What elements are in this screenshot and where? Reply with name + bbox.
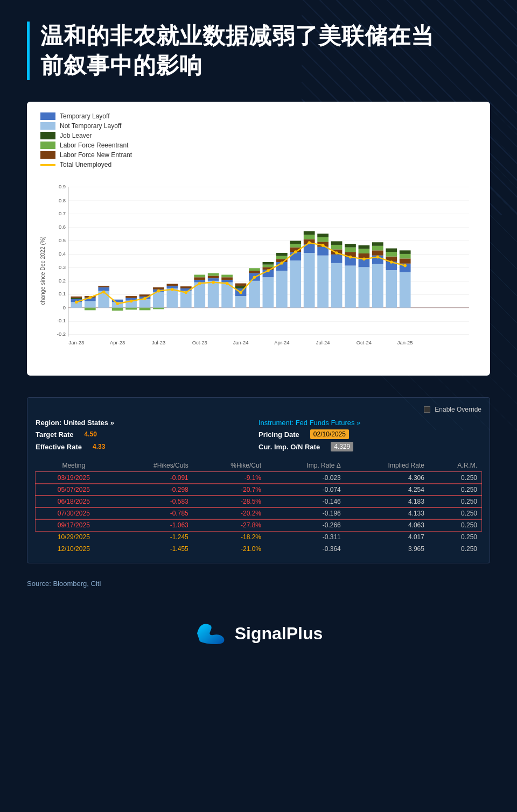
svg-point-151 bbox=[75, 301, 78, 304]
cell-hikes-cuts: -1.245 bbox=[112, 531, 193, 543]
cur-imp-value: 4.329 bbox=[331, 442, 353, 451]
svg-rect-46 bbox=[71, 296, 82, 298]
table-row: 07/30/2025-0.785-20.2%-0.1964.1330.250 bbox=[36, 507, 481, 519]
svg-text:0: 0 bbox=[63, 305, 66, 310]
svg-point-162 bbox=[226, 282, 229, 285]
svg-text:0.3: 0.3 bbox=[59, 264, 66, 270]
legend-label-not-temporary-layoff: Not Temporary Layoff bbox=[60, 122, 121, 130]
svg-rect-144 bbox=[386, 252, 397, 256]
svg-text:Oct-24: Oct-24 bbox=[357, 340, 372, 345]
cell-arm: 0.250 bbox=[429, 472, 481, 484]
svg-line-5 bbox=[490, 108, 517, 135]
cell-hikes-cuts: -1.455 bbox=[112, 543, 193, 555]
svg-rect-51 bbox=[85, 308, 96, 310]
region-label[interactable]: Region: United States » bbox=[36, 419, 258, 427]
svg-text:Apr-24: Apr-24 bbox=[274, 340, 289, 345]
svg-point-166 bbox=[281, 262, 284, 265]
svg-rect-119 bbox=[317, 237, 329, 242]
svg-rect-116 bbox=[317, 256, 329, 308]
cell-pct-hike: -20.7% bbox=[193, 484, 266, 496]
table-row: 03/19/2025-0.091-9.1%-0.0234.3060.250 bbox=[36, 472, 481, 484]
svg-point-153 bbox=[102, 291, 106, 294]
svg-rect-57 bbox=[112, 308, 123, 311]
chart-svg: change since Dec 2022 (%) 0.9 0.8 0.7 0.… bbox=[40, 176, 477, 365]
svg-point-173 bbox=[376, 256, 380, 259]
svg-rect-65 bbox=[139, 308, 151, 310]
svg-rect-139 bbox=[372, 246, 383, 250]
col-hikes: #Hikes/Cuts bbox=[112, 460, 193, 472]
svg-point-168 bbox=[308, 242, 311, 245]
cell-meeting-date: 05/07/2025 bbox=[36, 484, 112, 496]
table-row: 09/17/2025-1.063-27.8%-0.2664.0630.250 bbox=[36, 519, 481, 531]
svg-rect-82 bbox=[208, 276, 219, 279]
svg-rect-130 bbox=[345, 244, 356, 248]
svg-point-152 bbox=[88, 296, 92, 299]
override-checkbox[interactable] bbox=[424, 406, 430, 413]
legend-color-not-temporary-layoff bbox=[40, 122, 55, 130]
svg-rect-149 bbox=[400, 254, 411, 258]
cell-meeting-date: 12/10/2025 bbox=[36, 543, 112, 555]
svg-text:0.6: 0.6 bbox=[59, 224, 66, 230]
svg-point-154 bbox=[116, 302, 119, 306]
svg-rect-78 bbox=[194, 277, 205, 280]
signalplus-logo-icon bbox=[194, 620, 227, 647]
svg-rect-134 bbox=[359, 249, 370, 253]
svg-rect-150 bbox=[400, 251, 411, 255]
svg-rect-47 bbox=[85, 301, 96, 308]
svg-text:Jan-25: Jan-25 bbox=[397, 340, 413, 345]
svg-rect-91 bbox=[235, 284, 247, 286]
svg-point-159 bbox=[184, 291, 187, 294]
svg-text:change since Dec 2022 (%): change since Dec 2022 (%) bbox=[40, 237, 46, 305]
svg-text:0.5: 0.5 bbox=[59, 237, 66, 243]
cell-implied-rate: 4.017 bbox=[345, 531, 429, 543]
svg-rect-92 bbox=[249, 281, 260, 308]
legend-line-total-unemployed bbox=[40, 164, 55, 166]
col-arm: A.R.M. bbox=[429, 460, 481, 472]
svg-rect-125 bbox=[331, 242, 343, 245]
svg-rect-110 bbox=[290, 241, 301, 244]
svg-text:0.8: 0.8 bbox=[59, 197, 66, 203]
svg-rect-120 bbox=[317, 234, 329, 237]
svg-rect-131 bbox=[359, 267, 370, 308]
cell-implied-rate: 4.183 bbox=[345, 496, 429, 507]
cell-arm: 0.250 bbox=[429, 484, 481, 496]
cell-meeting-date: 03/19/2025 bbox=[36, 472, 112, 484]
cell-imp-delta: -0.196 bbox=[266, 507, 345, 519]
svg-rect-111 bbox=[304, 253, 315, 308]
legend-item-labor-force-reeentrant: Labor Force Reeentrant bbox=[40, 142, 477, 149]
svg-rect-80 bbox=[208, 281, 219, 308]
svg-rect-140 bbox=[372, 242, 383, 246]
chart-legend: Temporary Layoff Not Temporary Layoff Jo… bbox=[40, 112, 477, 168]
svg-rect-69 bbox=[153, 308, 164, 309]
cell-implied-rate: 4.133 bbox=[345, 507, 429, 519]
svg-rect-79 bbox=[194, 275, 205, 278]
svg-rect-62 bbox=[139, 299, 151, 308]
svg-text:-0.2: -0.2 bbox=[57, 331, 66, 337]
svg-rect-124 bbox=[331, 245, 343, 249]
cell-hikes-cuts: -0.785 bbox=[112, 507, 193, 519]
table-row: 12/10/2025-1.455-21.0%-0.3643.9650.250 bbox=[36, 543, 481, 555]
svg-rect-141 bbox=[386, 270, 397, 308]
svg-rect-122 bbox=[331, 255, 343, 263]
effective-rate-label: Effective Rate bbox=[36, 443, 82, 451]
svg-rect-106 bbox=[290, 260, 301, 308]
target-rate-label: Target Rate bbox=[36, 430, 74, 439]
svg-text:Jul-24: Jul-24 bbox=[316, 340, 330, 345]
svg-rect-61 bbox=[125, 308, 137, 310]
svg-rect-60 bbox=[125, 296, 137, 298]
svg-rect-121 bbox=[331, 263, 343, 308]
svg-rect-148 bbox=[400, 259, 411, 264]
cell-arm: 0.250 bbox=[429, 543, 481, 555]
svg-rect-88 bbox=[235, 296, 247, 308]
chart-svg-element: change since Dec 2022 (%) 0.9 0.8 0.7 0.… bbox=[40, 176, 477, 365]
svg-point-156 bbox=[143, 297, 146, 300]
cur-imp-label: Cur. Imp. O/N Rate bbox=[258, 443, 320, 451]
table-row: 05/07/2025-0.298-20.7%-0.0744.2540.250 bbox=[36, 484, 481, 496]
cell-meeting-date: 07/30/2025 bbox=[36, 507, 112, 519]
svg-point-155 bbox=[130, 300, 133, 303]
svg-point-174 bbox=[390, 260, 393, 264]
svg-rect-68 bbox=[153, 287, 164, 290]
effective-rate-value: 4.33 bbox=[93, 443, 105, 450]
instrument-label[interactable]: Instrument: Fed Funds Futures » bbox=[258, 419, 481, 427]
svg-rect-146 bbox=[400, 272, 411, 308]
